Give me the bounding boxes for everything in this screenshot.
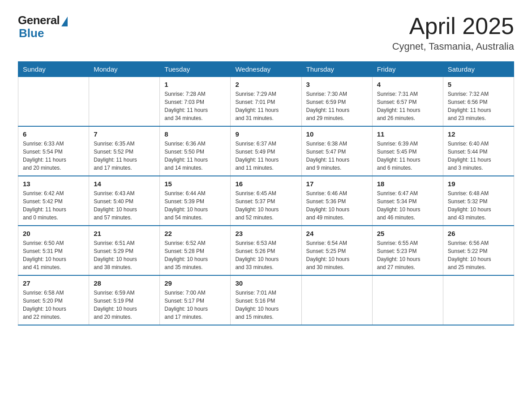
calendar-week-1: 1Sunrise: 7:28 AMSunset: 7:03 PMDaylight… [18, 77, 514, 127]
day-info: Sunrise: 6:59 AMSunset: 5:19 PMDaylight:… [94, 289, 155, 321]
day-info: Sunrise: 6:33 AMSunset: 5:54 PMDaylight:… [23, 140, 84, 172]
day-number: 7 [94, 130, 155, 138]
day-number: 13 [23, 180, 84, 188]
day-info: Sunrise: 7:30 AMSunset: 6:59 PMDaylight:… [306, 90, 368, 122]
calendar-cell [372, 275, 443, 325]
header-friday: Friday [372, 62, 443, 77]
calendar-week-5: 27Sunrise: 6:58 AMSunset: 5:20 PMDayligh… [18, 275, 514, 325]
day-number: 18 [377, 180, 438, 188]
logo-blue-text: Blue [19, 26, 44, 40]
day-info: Sunrise: 7:32 AMSunset: 6:56 PMDaylight:… [448, 90, 509, 122]
day-info: Sunrise: 6:35 AMSunset: 5:52 PMDaylight:… [94, 140, 155, 172]
day-info: Sunrise: 6:38 AMSunset: 5:47 PMDaylight:… [306, 140, 368, 172]
day-number: 4 [377, 81, 438, 88]
day-info: Sunrise: 6:45 AMSunset: 5:37 PMDaylight:… [235, 189, 296, 222]
calendar-week-4: 20Sunrise: 6:50 AMSunset: 5:31 PMDayligh… [18, 226, 514, 275]
day-info: Sunrise: 6:56 AMSunset: 5:22 PMDaylight:… [448, 239, 509, 271]
day-number: 17 [306, 180, 368, 188]
day-number: 27 [23, 279, 84, 287]
calendar-cell: 20Sunrise: 6:50 AMSunset: 5:31 PMDayligh… [18, 226, 89, 275]
day-number: 23 [235, 230, 296, 237]
day-info: Sunrise: 6:46 AMSunset: 5:36 PMDaylight:… [306, 189, 368, 222]
day-number: 28 [94, 279, 155, 287]
logo: General Blue [18, 13, 68, 40]
day-number: 12 [448, 130, 509, 138]
day-number: 2 [235, 81, 296, 88]
calendar-cell: 30Sunrise: 7:01 AMSunset: 5:16 PMDayligh… [231, 275, 301, 325]
day-number: 9 [235, 130, 296, 138]
day-number: 8 [164, 130, 226, 138]
header-tuesday: Tuesday [160, 62, 231, 77]
title-block: April 2025 Cygnet, Tasmania, Australia [392, 13, 514, 52]
day-info: Sunrise: 6:47 AMSunset: 5:34 PMDaylight:… [377, 189, 438, 222]
calendar-cell: 5Sunrise: 7:32 AMSunset: 6:56 PMDaylight… [443, 77, 514, 127]
calendar-cell: 6Sunrise: 6:33 AMSunset: 5:54 PMDaylight… [18, 126, 89, 176]
day-info: Sunrise: 6:37 AMSunset: 5:49 PMDaylight:… [235, 140, 296, 172]
calendar-cell: 4Sunrise: 7:31 AMSunset: 6:57 PMDaylight… [372, 77, 443, 127]
day-info: Sunrise: 6:55 AMSunset: 5:23 PMDaylight:… [377, 239, 438, 271]
page-header: General Blue April 2025 Cygnet, Tasmania… [18, 13, 514, 52]
day-number: 16 [235, 180, 296, 188]
calendar-cell: 15Sunrise: 6:44 AMSunset: 5:39 PMDayligh… [160, 176, 231, 226]
calendar-table: SundayMondayTuesdayWednesdayThursdayFrid… [18, 61, 514, 325]
day-number: 29 [164, 279, 226, 287]
day-number: 6 [23, 130, 84, 138]
calendar-week-3: 13Sunrise: 6:42 AMSunset: 5:42 PMDayligh… [18, 176, 514, 226]
day-number: 5 [448, 81, 509, 88]
calendar-cell: 27Sunrise: 6:58 AMSunset: 5:20 PMDayligh… [18, 275, 89, 325]
calendar-cell [301, 275, 372, 325]
header-thursday: Thursday [301, 62, 372, 77]
day-info: Sunrise: 6:40 AMSunset: 5:44 PMDaylight:… [448, 140, 509, 172]
calendar-cell: 3Sunrise: 7:30 AMSunset: 6:59 PMDaylight… [301, 77, 372, 127]
day-number: 19 [448, 180, 509, 188]
calendar-cell: 19Sunrise: 6:48 AMSunset: 5:32 PMDayligh… [443, 176, 514, 226]
calendar-cell: 12Sunrise: 6:40 AMSunset: 5:44 PMDayligh… [443, 126, 514, 176]
day-info: Sunrise: 6:52 AMSunset: 5:28 PMDaylight:… [164, 239, 226, 271]
calendar-cell: 23Sunrise: 6:53 AMSunset: 5:26 PMDayligh… [231, 226, 301, 275]
header-sunday: Sunday [18, 62, 89, 77]
day-number: 3 [306, 81, 368, 88]
calendar-cell: 24Sunrise: 6:54 AMSunset: 5:25 PMDayligh… [301, 226, 372, 275]
calendar-cell: 9Sunrise: 6:37 AMSunset: 5:49 PMDaylight… [231, 126, 301, 176]
day-number: 14 [94, 180, 155, 188]
calendar-cell: 29Sunrise: 7:00 AMSunset: 5:17 PMDayligh… [160, 275, 231, 325]
header-monday: Monday [89, 62, 160, 77]
day-info: Sunrise: 7:29 AMSunset: 7:01 PMDaylight:… [235, 90, 296, 122]
calendar-cell: 11Sunrise: 6:39 AMSunset: 5:45 PMDayligh… [372, 126, 443, 176]
day-number: 24 [306, 230, 368, 237]
calendar-cell: 16Sunrise: 6:45 AMSunset: 5:37 PMDayligh… [231, 176, 301, 226]
day-info: Sunrise: 6:36 AMSunset: 5:50 PMDaylight:… [164, 140, 226, 172]
day-number: 26 [448, 230, 509, 237]
calendar-cell: 7Sunrise: 6:35 AMSunset: 5:52 PMDaylight… [89, 126, 160, 176]
day-info: Sunrise: 6:42 AMSunset: 5:42 PMDaylight:… [23, 189, 84, 222]
day-number: 10 [306, 130, 368, 138]
calendar-cell: 21Sunrise: 6:51 AMSunset: 5:29 PMDayligh… [89, 226, 160, 275]
day-info: Sunrise: 6:44 AMSunset: 5:39 PMDaylight:… [164, 189, 226, 222]
day-info: Sunrise: 7:00 AMSunset: 5:17 PMDaylight:… [164, 289, 226, 321]
day-number: 22 [164, 230, 226, 237]
day-info: Sunrise: 6:48 AMSunset: 5:32 PMDaylight:… [448, 189, 509, 222]
calendar-week-2: 6Sunrise: 6:33 AMSunset: 5:54 PMDaylight… [18, 126, 514, 176]
day-info: Sunrise: 6:50 AMSunset: 5:31 PMDaylight:… [23, 239, 84, 271]
day-number: 30 [235, 279, 296, 287]
calendar-cell [443, 275, 514, 325]
calendar-cell: 1Sunrise: 7:28 AMSunset: 7:03 PMDaylight… [160, 77, 231, 127]
header-saturday: Saturday [443, 62, 514, 77]
calendar-cell: 2Sunrise: 7:29 AMSunset: 7:01 PMDaylight… [231, 77, 301, 127]
day-number: 15 [164, 180, 226, 188]
day-number: 25 [377, 230, 438, 237]
calendar-header-row: SundayMondayTuesdayWednesdayThursdayFrid… [18, 62, 514, 77]
calendar-cell: 22Sunrise: 6:52 AMSunset: 5:28 PMDayligh… [160, 226, 231, 275]
calendar-cell: 8Sunrise: 6:36 AMSunset: 5:50 PMDaylight… [160, 126, 231, 176]
calendar-cell: 26Sunrise: 6:56 AMSunset: 5:22 PMDayligh… [443, 226, 514, 275]
calendar-cell: 28Sunrise: 6:59 AMSunset: 5:19 PMDayligh… [89, 275, 160, 325]
day-info: Sunrise: 6:54 AMSunset: 5:25 PMDaylight:… [306, 239, 368, 271]
day-info: Sunrise: 7:31 AMSunset: 6:57 PMDaylight:… [377, 90, 438, 122]
day-info: Sunrise: 6:58 AMSunset: 5:20 PMDaylight:… [23, 289, 84, 321]
day-number: 20 [23, 230, 84, 237]
calendar-cell: 13Sunrise: 6:42 AMSunset: 5:42 PMDayligh… [18, 176, 89, 226]
day-info: Sunrise: 6:43 AMSunset: 5:40 PMDaylight:… [94, 189, 155, 222]
calendar-subtitle: Cygnet, Tasmania, Australia [392, 41, 514, 52]
logo-general-text: General [18, 13, 60, 27]
calendar-cell: 18Sunrise: 6:47 AMSunset: 5:34 PMDayligh… [372, 176, 443, 226]
